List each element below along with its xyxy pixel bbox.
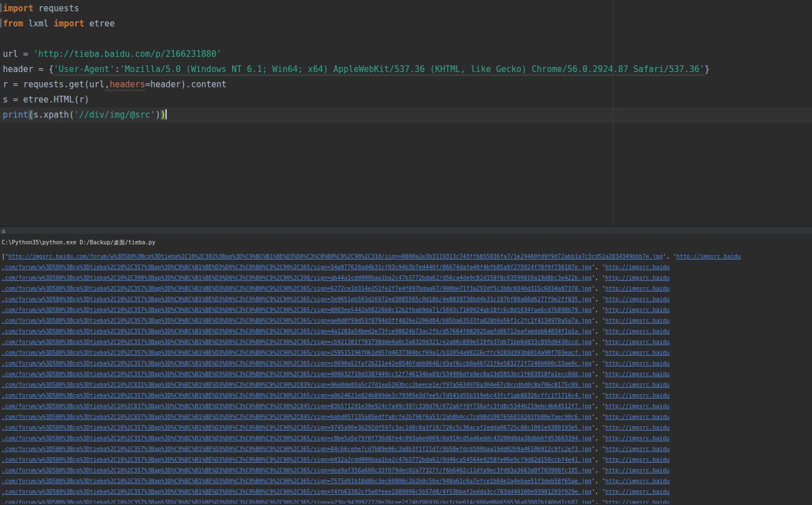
image-url-link[interactable]: .com/forum/w%3D580%3Bcp%3Dtieba%2C10%2C3… bbox=[2, 478, 592, 484]
token-str: 'http://tieba.baidu.com/p/2166231880' bbox=[33, 49, 221, 59]
console-output-line: .com/forum/w%3D580%3Bcp%3Dtieba%2C10%2C3… bbox=[2, 347, 812, 358]
image-url-link[interactable]: http://imgsrc.baidu.com/forum/w%3D580%3B… bbox=[8, 253, 663, 260]
image-url-link[interactable]: http://imgsrc.baidu bbox=[605, 307, 670, 313]
right-margin-guide bbox=[613, 0, 613, 226]
image-url-link[interactable]: http://imgsrc.baidu bbox=[605, 360, 670, 367]
token-cplain: ', ' bbox=[592, 339, 605, 345]
console-output-line: .com/forum/w%3D580%3Bcp%3Dtieba%2C10%2C3… bbox=[2, 433, 812, 444]
gutter-fold-icon[interactable] bbox=[0, 3, 2, 12]
token-plain: s = etree.HTML(r) bbox=[3, 95, 90, 105]
image-url-link[interactable]: http://imgsrc.baidu bbox=[605, 285, 670, 292]
token-cplain: ', ' bbox=[592, 285, 605, 292]
console-output-line: .com/forum/w%3D580%3Bcp%3Dtieba%2C10%2C3… bbox=[2, 272, 812, 283]
image-url-link[interactable]: .com/forum/w%3D580%3Bcp%3Dtieba%2C10%2C3… bbox=[2, 499, 592, 504]
image-url-link[interactable]: .com/forum/w%3D580%3Bcp%3Dtieba%2C10%2C3… bbox=[2, 392, 592, 399]
console-tab-strip[interactable]: a bbox=[0, 226, 812, 235]
code-line[interactable]: s = etree.HTML(r) bbox=[0, 92, 812, 108]
token-kw: import bbox=[3, 3, 33, 14]
image-url-link[interactable]: http://imgsrc.baidu bbox=[676, 253, 740, 260]
image-url-link[interactable]: http://imgsrc.baidu bbox=[605, 446, 670, 452]
token-paramw: headers bbox=[110, 79, 145, 90]
console-lines: ['http://imgsrc.baidu.com/forum/w%3D580%… bbox=[2, 251, 812, 504]
console-output-line: .com/forum/w%3D580%3Bcp%3Dtieba%2C10%2C3… bbox=[2, 454, 812, 465]
image-url-link[interactable]: http://imgsrc.baidu bbox=[605, 435, 670, 441]
code-line[interactable]: header = {'User-Agent':'Mozilla/5.0 (Win… bbox=[0, 62, 812, 77]
image-url-link[interactable]: http://imgsrc.baidu bbox=[605, 318, 670, 324]
code-line[interactable]: url = 'http://tieba.baidu.com/p/21662318… bbox=[0, 47, 812, 62]
image-url-link[interactable]: http://imgsrc.baidu bbox=[605, 392, 670, 399]
code-line[interactable]: print(s.xpath('//div/img/@src')) bbox=[0, 108, 812, 123]
token-cplain: ', ' bbox=[592, 499, 605, 504]
image-url-link[interactable]: http://imgsrc.baidu bbox=[605, 424, 670, 431]
token-plain: lxml bbox=[23, 19, 53, 29]
image-url-link[interactable]: http://imgsrc.baidu bbox=[605, 414, 670, 420]
console-output-line: .com/forum/w%3D580%3Bcp%3Dtieba%2C10%2C3… bbox=[2, 486, 812, 497]
token-cplain: ', ' bbox=[592, 424, 605, 431]
token-strw: 'Mozilla/5.0 (Windows NT 6.1; Win64; x64… bbox=[120, 64, 705, 74]
image-url-link[interactable]: .com/forum/w%3D580%3Bcp%3Dtieba%2C10%2C3… bbox=[2, 457, 592, 463]
image-url-link[interactable]: http://imgsrc.baidu bbox=[605, 478, 670, 484]
token-plain: requests bbox=[33, 3, 79, 14]
image-url-link[interactable]: .com/forum/w%3D580%3Bcp%3Dtieba%2C10%2C3… bbox=[2, 296, 592, 302]
image-url-link[interactable]: http://imgsrc.baidu bbox=[605, 382, 670, 388]
image-url-link[interactable]: http://imgsrc.baidu bbox=[605, 296, 670, 302]
image-url-link[interactable]: .com/forum/w%3D580%3Bcp%3Dtieba%2C10%2C8… bbox=[2, 403, 592, 409]
console-output-line: .com/forum/w%3D580%3Bcp%3Dtieba%2C10%2C3… bbox=[2, 305, 812, 315]
run-command-line: C:\Python35\python.exe D:/Backup/桌面/tieb… bbox=[2, 237, 812, 248]
token-cplain: ', ' bbox=[592, 328, 605, 334]
image-url-link[interactable]: .com/forum/w%3D580%3Bcp%3Dtieba%2C10%2C3… bbox=[2, 285, 592, 292]
code-line[interactable]: r = requests.get(url,headers=header).con… bbox=[0, 77, 812, 92]
console-output[interactable]: C:\Python35\python.exe D:/Backup/桌面/tieb… bbox=[0, 235, 812, 504]
image-url-link[interactable]: .com/forum/w%3D580%3Bcp%3Dtieba%2C10%2C3… bbox=[2, 350, 592, 356]
image-url-link[interactable]: .com/forum/w%3D580%3Bcp%3Dtieba%2C10%2C3… bbox=[2, 435, 592, 441]
console-output-line: .com/forum/w%3D580%3Bcp%3Dtieba%2C10%2C3… bbox=[2, 337, 812, 347]
image-url-link[interactable]: http://imgsrc.baidu bbox=[605, 403, 670, 409]
image-url-link[interactable]: http://imgsrc.baidu bbox=[605, 467, 670, 473]
image-url-link[interactable]: .com/forum/w%3D580%3Bcp%3Dtieba%2C10%2C3… bbox=[2, 467, 592, 473]
image-url-link[interactable]: .com/forum/w%3D580%3Bcp%3Dtieba%2C10%2C3… bbox=[2, 275, 592, 281]
image-url-link[interactable]: http://imgsrc.baidu bbox=[605, 371, 670, 377]
image-url-link[interactable]: http://imgsrc.baidu bbox=[605, 264, 670, 270]
console-tab-label[interactable]: a bbox=[2, 227, 5, 234]
gutter-fold-icon[interactable] bbox=[0, 19, 2, 28]
image-url-link[interactable]: .com/forum/w%3D580%3Bcp%3Dtieba%2C10%2C3… bbox=[2, 307, 592, 313]
code-editor[interactable]: import requestsfrom lxml import etreeurl… bbox=[0, 0, 812, 226]
image-url-link[interactable]: .com/forum/w%3D580%3Bcp%3Dtieba%2C10%2C3… bbox=[2, 264, 592, 270]
image-url-link[interactable]: http://imgsrc.baidu bbox=[605, 328, 670, 334]
token-cplain: ', ' bbox=[592, 435, 605, 441]
code-line[interactable] bbox=[0, 32, 812, 47]
token-cplain: ', ' bbox=[592, 296, 605, 302]
image-url-link[interactable]: .com/forum/w%3D580%3Bcp%3Dtieba%2C10%2C3… bbox=[2, 446, 592, 452]
console-output-line: .com/forum/w%3D580%3Bcp%3Dtieba%2C10%2C3… bbox=[2, 315, 812, 326]
image-url-link[interactable]: http://imgsrc.baidu bbox=[605, 489, 670, 495]
code-area[interactable]: import requestsfrom lxml import etreeurl… bbox=[0, 0, 812, 123]
image-url-link[interactable]: http://imgsrc.baidu bbox=[605, 350, 670, 356]
image-url-link[interactable]: .com/forum/w%3D580%3Bcp%3Dtieba%2C10%2C3… bbox=[2, 371, 592, 377]
code-line[interactable]: from lxml import etree bbox=[0, 16, 812, 32]
token-cplain: ', ' bbox=[592, 275, 605, 281]
image-url-link[interactable]: http://imgsrc.baidu bbox=[605, 275, 670, 281]
image-url-link[interactable]: .com/forum/w%3D580%3Bcp%3Dtieba%2C10%2C3… bbox=[2, 339, 592, 345]
console-output-line: .com/forum/w%3D580%3Bcp%3Dtieba%2C10%2C8… bbox=[2, 379, 812, 390]
token-plain: } bbox=[704, 64, 710, 74]
image-url-link[interactable]: .com/forum/w%3D580%3Bcp%3Dtieba%2C10%2C8… bbox=[2, 414, 592, 420]
image-url-link[interactable]: .com/forum/w%3D580%3Bcp%3Dtieba%2C10%2C3… bbox=[2, 328, 592, 334]
image-url-link[interactable]: http://imgsrc.baidu bbox=[605, 499, 670, 504]
token-cplain: ', ' bbox=[592, 371, 605, 377]
image-url-link[interactable]: http://imgsrc.baidu bbox=[605, 339, 670, 345]
image-url-link[interactable]: .com/forum/w%3D580%3Bcp%3Dtieba%2C10%2C3… bbox=[2, 424, 592, 431]
image-url-link[interactable]: .com/forum/w%3D580%3Bcp%3Dtieba%2C10%2C3… bbox=[2, 489, 592, 495]
token-cplain: ', ' bbox=[592, 478, 605, 484]
token-cursor bbox=[166, 109, 167, 119]
image-url-link[interactable]: .com/forum/w%3D580%3Bcp%3Dtieba%2C10%2C3… bbox=[2, 360, 592, 367]
console-output-line: .com/forum/w%3D580%3Bcp%3Dtieba%2C10%2C3… bbox=[2, 358, 812, 369]
image-url-link[interactable]: .com/forum/w%3D580%3Bcp%3Dtieba%2C10%2C3… bbox=[2, 318, 592, 324]
console-output-line: .com/forum/w%3D580%3Bcp%3Dtieba%2C10%2C3… bbox=[2, 294, 812, 305]
image-url-link[interactable]: http://imgsrc.baidu bbox=[605, 457, 670, 463]
token-cplain: ', ' bbox=[592, 392, 605, 399]
code-line[interactable]: import requests bbox=[0, 1, 812, 16]
token-str: '//div/img/@src' bbox=[74, 110, 155, 120]
console-output-line: .com/forum/w%3D580%3Bcp%3Dtieba%2C10%2C3… bbox=[2, 390, 812, 401]
token-plain: etree bbox=[84, 19, 115, 29]
image-url-link[interactable]: .com/forum/w%3D580%3Bcp%3Dtieba%2C10%2C8… bbox=[2, 382, 592, 388]
